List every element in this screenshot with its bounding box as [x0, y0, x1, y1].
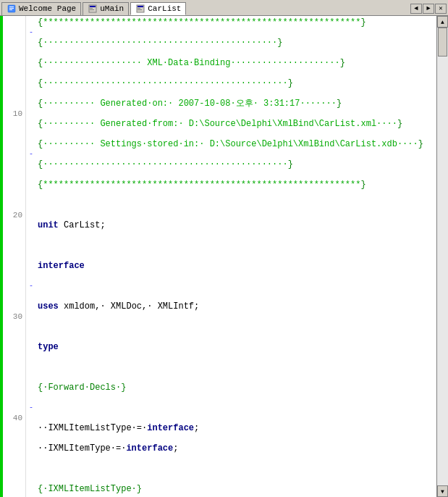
fold-indicator — [26, 251, 36, 261]
fold-indicator — [26, 68, 36, 78]
code-editor: 10 20 30 — [0, 16, 448, 497]
fold-indicator — [26, 383, 36, 393]
fold-indicator — [26, 109, 36, 119]
svg-rect-9 — [138, 6, 143, 7]
fold-indicator — [26, 88, 36, 99]
fold-indicator — [26, 443, 36, 454]
fold-indicator — [26, 129, 36, 139]
code-line: type — [38, 342, 436, 352]
code-line: ··IXMLItemType·=·interface; — [38, 443, 436, 454]
line-num — [3, 220, 22, 230]
line-num — [3, 48, 22, 58]
line-num — [3, 17, 22, 28]
line-num — [3, 291, 22, 301]
line-num — [3, 129, 22, 139]
tab-umain[interactable]: uMain — [83, 2, 129, 15]
line-num: 30 — [3, 312, 22, 322]
line-numbers: 10 20 30 — [3, 16, 26, 497]
scrollbar-up-button[interactable]: ▲ — [437, 16, 448, 28]
line-num — [3, 433, 22, 443]
fold-indicator — [26, 312, 36, 322]
fold-indicator — [26, 271, 36, 281]
line-num — [3, 68, 22, 78]
fold-indicator[interactable]: - — [26, 28, 36, 38]
fold-indicator — [26, 200, 36, 210]
fold-indicator — [26, 58, 36, 68]
tab-close-button[interactable]: ✕ — [435, 4, 447, 14]
fold-indicator — [26, 423, 36, 433]
code-line — [38, 362, 436, 372]
line-num — [3, 190, 22, 200]
fold-indicator[interactable]: - — [26, 281, 36, 291]
tab-umain-label: uMain — [100, 4, 124, 13]
line-num — [3, 180, 22, 190]
scrollbar-track[interactable] — [437, 28, 448, 485]
fold-indicator — [26, 99, 36, 109]
umain-icon — [88, 4, 98, 14]
line-num — [3, 443, 22, 454]
scrollbar-down-button[interactable]: ▼ — [437, 485, 448, 497]
svg-rect-2 — [9, 8, 14, 9]
code-line: {·······································… — [38, 159, 436, 170]
fold-indicator — [26, 352, 36, 362]
code-line: interface — [38, 261, 436, 271]
tab-welcome-label: Welcome Page — [19, 4, 76, 13]
code-line: {·········· Settings·stored·in:· D:\Sour… — [38, 139, 436, 149]
svg-rect-6 — [90, 8, 93, 9]
fold-indicator — [26, 220, 36, 230]
fold-indicator — [26, 190, 36, 200]
svg-rect-11 — [138, 9, 142, 10]
fold-indicator[interactable]: - — [26, 149, 36, 159]
code-line: {··················· XML·Data·Binding···… — [38, 58, 436, 68]
code-area[interactable]: {***************************************… — [36, 16, 436, 497]
line-num — [3, 38, 22, 48]
code-line — [38, 200, 436, 210]
fold-indicator — [26, 159, 36, 170]
tab-scroll-right-button[interactable]: ► — [423, 4, 434, 14]
line-num — [3, 99, 22, 109]
fold-column: - - — [26, 16, 36, 497]
vertical-scrollbar[interactable]: ▲ ▼ — [436, 16, 448, 497]
carlist-icon — [135, 4, 145, 14]
code-line: {***************************************… — [38, 17, 436, 28]
line-num — [3, 241, 22, 251]
fold-indicator — [26, 393, 36, 403]
line-num — [3, 352, 22, 362]
line-num — [3, 170, 22, 180]
fold-indicator[interactable]: - — [26, 403, 36, 413]
code-line: {·········· Generated·on:· 2007-10-08·오후… — [38, 99, 436, 109]
fold-indicator — [26, 48, 36, 58]
scrollbar-thumb[interactable] — [438, 28, 447, 57]
line-num — [3, 281, 22, 291]
line-num — [3, 139, 22, 149]
svg-rect-3 — [9, 9, 12, 10]
code-line: unit CarList; — [38, 220, 436, 230]
tab-bar: Welcome Page uMain CarList ◄ ► ✕ — [0, 0, 448, 16]
fold-indicator — [26, 291, 36, 301]
line-num — [3, 251, 22, 261]
tab-carlist[interactable]: CarList — [130, 2, 186, 15]
code-line: {·IXMLItemListType·} — [38, 484, 436, 494]
line-num — [3, 159, 22, 170]
code-line — [38, 322, 436, 332]
line-num — [3, 58, 22, 68]
line-num: 10 — [3, 109, 22, 119]
fold-indicator — [26, 433, 36, 443]
line-num: 20 — [3, 210, 22, 220]
line-num — [3, 332, 22, 342]
welcome-icon — [7, 4, 17, 14]
svg-rect-5 — [90, 6, 96, 7]
fold-indicator — [26, 38, 36, 48]
fold-indicator — [26, 241, 36, 251]
fold-indicator — [26, 261, 36, 271]
line-num — [3, 454, 22, 464]
line-num — [3, 393, 22, 403]
fold-indicator[interactable] — [26, 17, 36, 28]
tab-scroll-left-button[interactable]: ◄ — [410, 4, 422, 14]
line-num — [3, 301, 22, 312]
code-line — [38, 403, 436, 413]
fold-indicator — [26, 464, 36, 474]
tab-welcome-page[interactable]: Welcome Page — [1, 2, 81, 15]
line-num — [3, 362, 22, 372]
code-line: {***************************************… — [38, 180, 436, 190]
